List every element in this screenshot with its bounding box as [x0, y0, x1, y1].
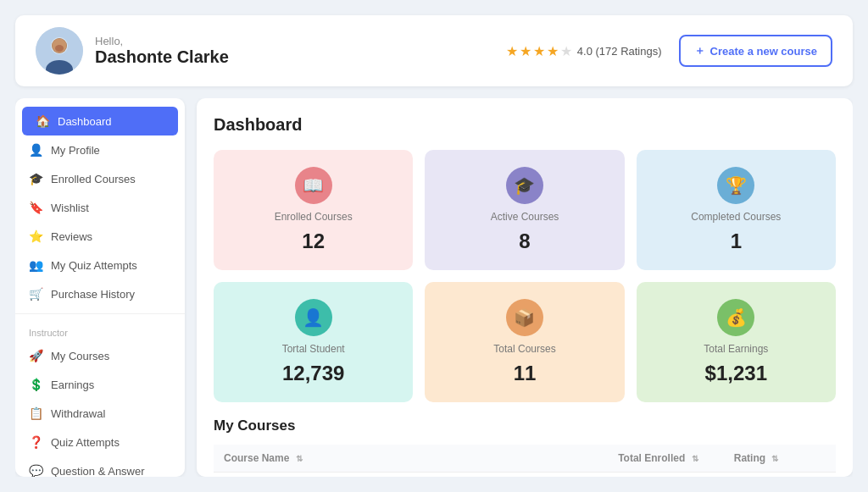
sidebar-item-dashboard[interactable]: 🏠 Dashboard [22, 107, 178, 135]
col-rating: Rating ⇅ [724, 445, 836, 473]
avatar [36, 27, 83, 75]
header-right: ★ ★ ★ ★ ★ 4.0 (172 Ratings) ＋ Create a n… [506, 35, 832, 67]
sidebar-label-instructor-quiz: Quiz Attempts [51, 436, 120, 449]
enrolled-stat-value: 12 [302, 229, 325, 253]
sidebar-item-enrolled-courses[interactable]: 🎓 Enrolled Courses [15, 164, 185, 193]
main-layout: 🏠 Dashboard 👤 My Profile 🎓 Enrolled Cour… [15, 98, 853, 477]
active-stat-value: 8 [519, 229, 530, 253]
sidebar-label-my-courses: My Courses [51, 350, 109, 362]
active-stat-label: Active Courses [491, 211, 559, 223]
sidebar-item-question-answer[interactable]: 💬 Question & Answer [15, 456, 185, 477]
sidebar-item-earnings[interactable]: 💲 Earnings [15, 370, 185, 399]
star-1: ★ [506, 43, 518, 59]
col-total-enrolled: Total Enrolled ⇅ [608, 445, 724, 473]
svg-point-6 [55, 45, 64, 52]
courses-table: Course Name ⇅ Total Enrolled ⇅ Rating ⇅ [214, 445, 836, 477]
sidebar-label-purchase-history: Purchase History [51, 288, 135, 301]
header: Hello, Dashonte Clarke ★ ★ ★ ★ ★ 4.0 (17… [15, 15, 853, 86]
enrolled-stat-icon: 📖 [295, 167, 332, 204]
star-4: ★ [547, 43, 559, 59]
completed-stat-value: 1 [731, 229, 742, 253]
total-courses-stat-icon: 📦 [506, 299, 543, 336]
sidebar-label-reviews: Reviews [51, 230, 92, 243]
sidebar-item-wishlist[interactable]: 🔖 Wishlist [15, 193, 185, 222]
completed-stat-icon: 🏆 [717, 167, 754, 204]
instructor-section-label: Instructor [15, 319, 185, 341]
earnings-stat-label: Total Earnings [704, 343, 768, 355]
stat-enrolled-courses: 📖 Enrolled Courses 12 [214, 150, 413, 270]
qa-icon: 💬 [29, 464, 42, 477]
total-courses-stat-label: Total Courses [493, 343, 555, 355]
sidebar: 🏠 Dashboard 👤 My Profile 🎓 Enrolled Cour… [15, 98, 185, 477]
total-courses-stat-value: 11 [514, 362, 537, 385]
col-rating-label: Rating [734, 452, 765, 464]
students-stat-value: 12,739 [282, 362, 344, 385]
sort-icon-course-name[interactable]: ⇅ [296, 454, 303, 463]
sidebar-item-reviews[interactable]: ⭐ Reviews [15, 222, 185, 251]
sidebar-label-withdrawal: Withdrawal [51, 407, 105, 420]
enrolled-icon: 🎓 [29, 172, 42, 185]
table-header-row: Course Name ⇅ Total Enrolled ⇅ Rating ⇅ [214, 445, 836, 473]
wishlist-icon: 🔖 [29, 201, 42, 214]
quiz-attempts-icon: 👥 [29, 258, 42, 272]
star-5: ★ [560, 43, 572, 59]
sidebar-item-my-courses[interactable]: 🚀 My Courses [15, 341, 185, 370]
sidebar-divider-1 [15, 313, 185, 314]
col-course-name: Course Name ⇅ [214, 445, 608, 473]
sidebar-label-earnings: Earnings [51, 379, 94, 391]
course-name-cell: Graphic Design Bootcamp: Advanced Traini… [214, 473, 608, 478]
students-stat-icon: 👤 [295, 299, 332, 336]
earnings-stat-icon: 💰 [717, 299, 754, 336]
rating-text: 4.0 (172 Ratings) [577, 45, 662, 58]
stat-total-students: 👤 Tortal Student 12,739 [214, 282, 413, 402]
page-title: Dashboard [214, 115, 836, 135]
sidebar-label-wishlist: Wishlist [51, 202, 89, 214]
withdrawal-icon: 📋 [29, 406, 42, 420]
user-name: Dashonte Clarke [95, 47, 229, 67]
star-2: ★ [520, 43, 531, 59]
students-stat-label: Tortal Student [282, 343, 345, 355]
instructor-quiz-icon: ❓ [29, 435, 42, 449]
my-courses-title: My Courses [214, 417, 836, 434]
sidebar-item-instructor-quiz[interactable]: ❓ Quiz Attempts [15, 428, 185, 456]
sidebar-item-purchase-history[interactable]: 🛒 Purchase History [15, 279, 185, 308]
col-total-enrolled-label: Total Enrolled [618, 452, 685, 464]
reviews-icon: ⭐ [29, 229, 42, 243]
header-greeting: Hello, Dashonte Clarke [95, 35, 229, 67]
active-stat-icon: 🎓 [506, 167, 543, 204]
sidebar-label-enrolled-courses: Enrolled Courses [51, 173, 136, 185]
sidebar-item-my-profile[interactable]: 👤 My Profile [15, 135, 185, 164]
header-left: Hello, Dashonte Clarke [36, 27, 229, 75]
create-course-button[interactable]: ＋ Create a new course [679, 35, 832, 67]
rating-area: ★ ★ ★ ★ ★ 4.0 (172 Ratings) [506, 43, 662, 59]
sort-icon-rating[interactable]: ⇅ [771, 454, 778, 463]
stats-grid: 📖 Enrolled Courses 12 🎓 Active Courses 8… [214, 150, 836, 402]
dashboard-icon: 🏠 [36, 114, 49, 128]
content-panel: Dashboard 📖 Enrolled Courses 12 🎓 Active… [197, 98, 853, 477]
stat-total-courses: 📦 Total Courses 11 [425, 282, 624, 402]
rating-stars: ★ ★ ★ ★ ★ [506, 43, 572, 59]
sidebar-item-quiz-attempts[interactable]: 👥 My Quiz Attempts [15, 251, 185, 279]
sidebar-label-dashboard: Dashboard [58, 115, 112, 128]
plus-icon: ＋ [694, 43, 705, 58]
sidebar-item-withdrawal[interactable]: 📋 Withdrawal [15, 399, 185, 428]
sidebar-label-quiz-attempts: My Quiz Attempts [51, 259, 137, 272]
earnings-icon: 💲 [29, 378, 42, 391]
table-row: Graphic Design Bootcamp: Advanced Traini… [214, 473, 836, 478]
enrolled-stat-label: Enrolled Courses [275, 211, 353, 223]
sort-icon-enrolled[interactable]: ⇅ [692, 454, 698, 463]
stat-total-earnings: 💰 Total Earnings $1,231 [637, 282, 836, 402]
my-courses-icon: 🚀 [29, 349, 42, 362]
greeting-hello: Hello, [95, 35, 229, 47]
earnings-stat-value: $1,231 [705, 362, 767, 385]
purchase-icon: 🛒 [29, 287, 42, 301]
completed-stat-label: Completed Courses [691, 211, 781, 223]
sidebar-label-my-profile: My Profile [51, 144, 100, 157]
col-course-name-label: Course Name [224, 452, 289, 464]
stat-active-courses: 🎓 Active Courses 8 [425, 150, 624, 270]
sidebar-label-question-answer: Question & Answer [51, 465, 145, 478]
rating-cell: ★ ★ ★ ★ ★ 4.0 [724, 473, 836, 478]
profile-icon: 👤 [29, 143, 42, 157]
enrolled-count-cell: 10 [608, 473, 724, 478]
stat-completed-courses: 🏆 Completed Courses 1 [637, 150, 836, 270]
